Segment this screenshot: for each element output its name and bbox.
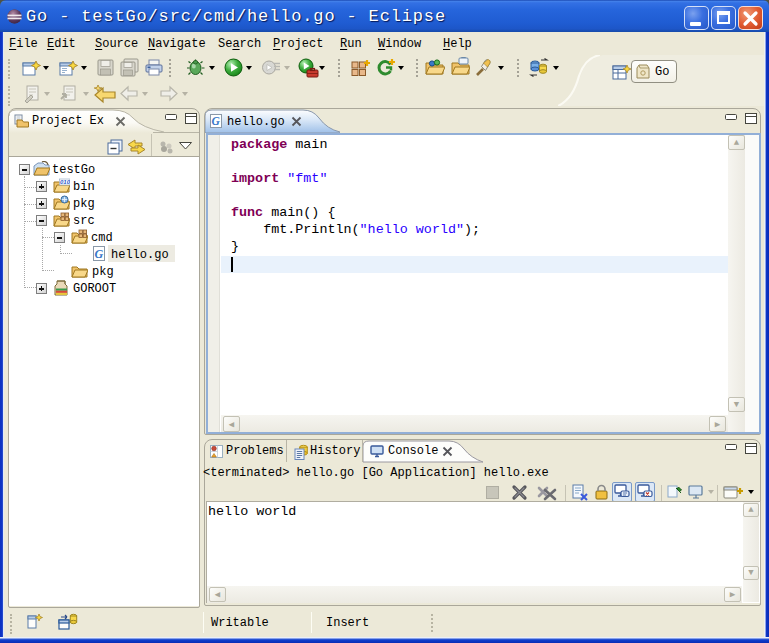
svg-text:G: G xyxy=(212,115,221,127)
svg-text:010: 010 xyxy=(60,179,70,185)
svg-text:G: G xyxy=(95,247,104,261)
